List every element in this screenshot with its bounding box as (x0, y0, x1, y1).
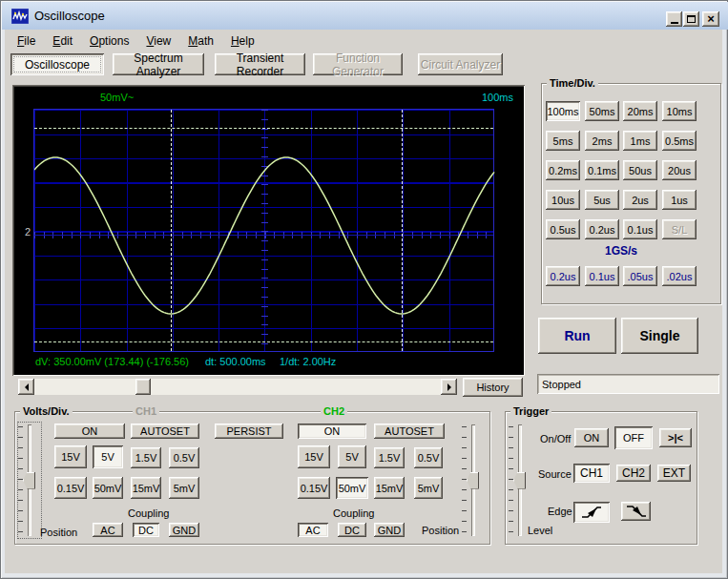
trigger-source-label: Source (538, 468, 572, 480)
scope-display: 50mV~ 100ms 2 dV: 350.00mV (173.44) (-17… (12, 85, 525, 376)
timediv-fast-0.1us[interactable]: 0.1us (585, 266, 619, 286)
ch2-15mv[interactable]: 15mV (374, 477, 405, 499)
ch2-1.5v[interactable]: 1.5V (374, 447, 405, 468)
ch2-5mv[interactable]: 5mV (414, 477, 443, 499)
persist-button[interactable]: PERSIST (215, 424, 283, 439)
trigger-onoff-label: On/Off (540, 433, 571, 445)
timediv-fast-0.2us[interactable]: 0.2us (546, 266, 580, 286)
trigger-edge-rising-button[interactable] (573, 502, 610, 523)
ch2-15v[interactable]: 15V (298, 445, 330, 468)
scroll-left-button[interactable] (18, 379, 34, 395)
menu-bar: File Edit Options View Math Help (5, 31, 722, 51)
ch1-coupling-gnd[interactable]: GND (169, 523, 199, 537)
scrollbar-thumb[interactable] (135, 379, 151, 395)
arrow-right-icon (447, 383, 455, 391)
timediv-0.2ms[interactable]: 0.2ms (546, 160, 580, 180)
menu-edit[interactable]: Edit (44, 32, 81, 50)
ch1-position-slider[interactable] (18, 423, 41, 538)
ch1-50mv[interactable]: 50mV (93, 477, 123, 499)
ch1-15mv[interactable]: 15mV (131, 477, 161, 499)
timediv-2ms[interactable]: 2ms (585, 131, 619, 151)
acquisition-status: Stopped (537, 374, 719, 394)
ch2-coupling-ac[interactable]: AC (298, 523, 328, 537)
trigger-sync-position-button[interactable]: >|< (659, 428, 692, 447)
scope-scrollbar[interactable] (18, 379, 457, 395)
ch2-position-slider[interactable] (462, 423, 485, 538)
scroll-right-button[interactable] (441, 379, 457, 395)
maximize-button[interactable] (683, 11, 699, 27)
arrow-left-icon (21, 383, 29, 391)
timediv-50ms[interactable]: 50ms (585, 101, 619, 121)
menu-help[interactable]: Help (222, 32, 263, 50)
ch1-coupling-dc[interactable]: DC (133, 523, 159, 537)
ch2-0.5v[interactable]: 0.5V (414, 447, 443, 468)
tab-function-generator[interactable]: Function Generator (313, 53, 403, 75)
channel2-marker: 2 (25, 226, 31, 238)
rising-edge-icon (580, 505, 603, 520)
timediv-10ms[interactable]: 10ms (662, 101, 697, 121)
ch2-coupling-dc[interactable]: DC (338, 523, 366, 537)
timediv-1ms[interactable]: 1ms (623, 131, 657, 151)
minimize-icon (671, 22, 678, 24)
timediv-10us[interactable]: 10us (546, 190, 580, 210)
timediv-0.1ms[interactable]: 0.1ms (585, 160, 619, 180)
trigger-edge-falling-button[interactable] (621, 502, 651, 521)
ch2-5v[interactable]: 5V (338, 445, 366, 468)
ch1-on-button[interactable]: ON (54, 424, 125, 439)
timediv-0.1us[interactable]: 0.1us (623, 219, 657, 239)
ch2-position-label: Position (422, 525, 459, 536)
timediv-5ms[interactable]: 5ms (546, 131, 580, 151)
timediv-0.5us[interactable]: 0.5us (546, 219, 580, 239)
single-button[interactable]: Single (621, 318, 698, 354)
tab-oscilloscope[interactable]: Oscilloscope (10, 53, 104, 75)
ch1-coupling-ac[interactable]: AC (93, 523, 123, 537)
ch2-coupling-label: Coupling (333, 507, 374, 519)
tab-circuit-analyzer[interactable]: Circuit Analyzer (418, 53, 503, 75)
trigger-source-ch1[interactable]: CH1 (573, 464, 610, 483)
ch2-coupling-gnd[interactable]: GND (374, 523, 405, 537)
trigger-source-ext[interactable]: EXT (657, 465, 691, 482)
ch1-autoset-button[interactable]: AUTOSET (131, 424, 199, 439)
trigger-off-button[interactable]: OFF (614, 426, 653, 449)
trigger-level-slider[interactable] (509, 423, 531, 538)
timediv-0.2us[interactable]: 0.2us (585, 219, 619, 239)
timediv-20ms[interactable]: 20ms (623, 101, 657, 121)
ch2-on-button[interactable]: ON (298, 424, 366, 439)
timediv-100ms[interactable]: 100ms (546, 101, 580, 121)
menu-file[interactable]: File (9, 32, 44, 50)
timediv-5us[interactable]: 5us (585, 190, 619, 210)
timediv-1us[interactable]: 1us (662, 190, 697, 210)
ch2-slider-thumb[interactable] (467, 472, 479, 489)
ch1-0.15v[interactable]: 0.15V (54, 477, 87, 499)
run-button[interactable]: Run (538, 318, 616, 354)
tab-spectrum-analyzer[interactable]: Spectrum Analyzer (113, 53, 204, 75)
trigger-edge-label: Edge (548, 506, 572, 517)
menu-math[interactable]: Math (179, 32, 222, 50)
ch1-0.5v[interactable]: 0.5V (169, 447, 199, 468)
ch2-autoset-button[interactable]: AUTOSET (374, 424, 445, 439)
timediv-2us[interactable]: 2us (623, 190, 657, 210)
ch2-50mv[interactable]: 50mV (336, 477, 368, 499)
ch1-15v[interactable]: 15V (54, 445, 87, 468)
timediv-20us[interactable]: 20us (662, 160, 697, 180)
tab-transient-recorder[interactable]: Transient Recorder (215, 53, 305, 75)
timediv-50us[interactable]: 50us (623, 160, 657, 180)
ch2-0.15v[interactable]: 0.15V (298, 477, 330, 499)
ch1-slider-thumb[interactable] (23, 472, 35, 489)
menu-view[interactable]: View (137, 32, 179, 50)
timediv-fast-02us[interactable]: .02us (662, 266, 697, 286)
close-button[interactable]: × (702, 11, 719, 27)
trigger-slider-thumb[interactable] (513, 472, 526, 489)
timediv-sl[interactable]: S/L (662, 219, 697, 239)
menu-options[interactable]: Options (81, 32, 137, 50)
ch1-5mv[interactable]: 5mV (169, 477, 199, 499)
ch1-5v[interactable]: 5V (93, 445, 123, 468)
minimize-button[interactable] (666, 11, 682, 27)
timediv-0.5ms[interactable]: 0.5ms (662, 131, 697, 151)
history-button[interactable]: History (463, 378, 523, 397)
timediv-fast-05us[interactable]: .05us (623, 266, 657, 286)
trigger-source-ch2[interactable]: CH2 (616, 465, 651, 482)
ch1-1.5v[interactable]: 1.5V (131, 447, 161, 468)
measurement-dv: dV: 350.00mV (173.44) (-176.56) (35, 356, 189, 367)
trigger-on-button[interactable]: ON (574, 428, 609, 447)
